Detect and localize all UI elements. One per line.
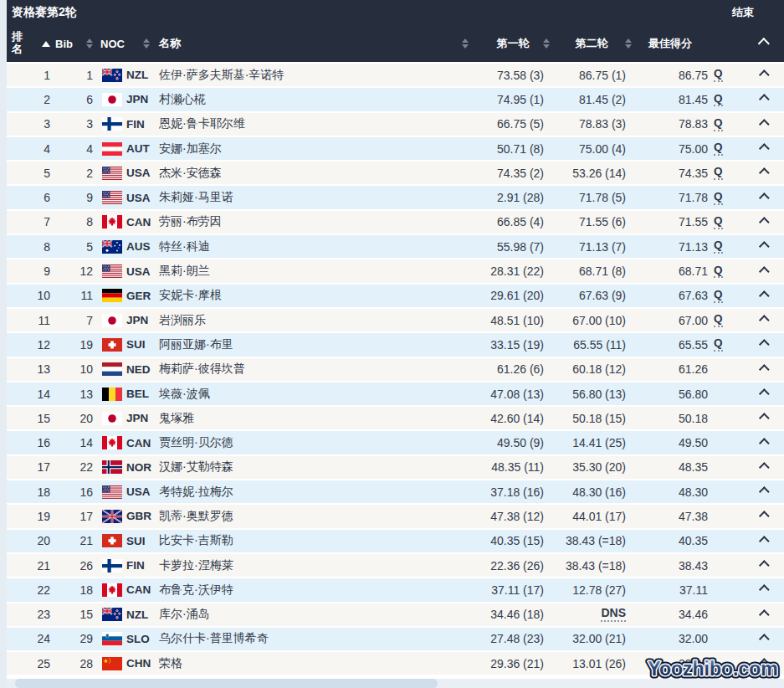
round2-score: 48.30 (16) — [551, 480, 633, 503]
collapse-all-button[interactable] — [739, 25, 784, 62]
rank-cell: 20 — [7, 530, 54, 552]
noc-code: USA — [126, 265, 151, 278]
round1-score: 73.58 (3) — [475, 64, 551, 86]
bib-cell: 17 — [54, 505, 95, 527]
sort-arrows-icon[interactable] — [462, 39, 469, 49]
bib-cell: 8 — [54, 211, 95, 234]
table-row: 3 3 FIN 恩妮·鲁卡耶尔维 66.75 (5) 78.83 (3) 78.… — [7, 113, 784, 136]
collapse-row-button[interactable] — [739, 259, 784, 282]
column-header-rank[interactable]: 排名 — [7, 25, 54, 62]
best-score: 78.83 — [633, 113, 708, 136]
column-header-round1[interactable]: 第一轮 — [475, 25, 551, 62]
athlete-name: 凯蒂·奥默罗德 — [157, 505, 475, 527]
qualified-cell — [708, 628, 739, 650]
table-body: 1 1 NZL 佐伊·萨多夫斯基·辛诺特 73.58 (3) 86.75 (1)… — [7, 64, 784, 675]
noc-cell: NZL — [95, 603, 157, 626]
scrollbar-thumb[interactable] — [15, 679, 438, 688]
qualified-cell — [708, 554, 739, 577]
collapse-row-button[interactable] — [739, 628, 784, 650]
country-flag-icon — [102, 460, 122, 474]
athlete-name: 阿丽亚娜·布里 — [157, 333, 475, 356]
round1-score: 49.50 (9) — [475, 431, 551, 454]
qualified-cell — [708, 456, 739, 479]
rank-cell: 4 — [7, 137, 54, 160]
sort-arrows-icon[interactable] — [543, 39, 550, 49]
noc-code: CAN — [126, 437, 151, 449]
table-row: 5 2 USA 杰米·安德森 74.35 (2) 53.26 (14) 74.3… — [7, 162, 784, 184]
qualified-badge: Q — [714, 264, 723, 279]
rank-cell: 12 — [7, 333, 54, 356]
bib-cell: 4 — [54, 137, 95, 160]
collapse-row-button[interactable] — [739, 137, 784, 160]
collapse-row-button[interactable] — [739, 235, 784, 258]
collapse-row-button[interactable] — [739, 285, 784, 307]
country-flag-icon — [102, 632, 122, 645]
chevron-up-icon — [758, 315, 769, 326]
collapse-row-button[interactable] — [739, 530, 784, 552]
athlete-name: 埃薇·波佩 — [157, 383, 475, 405]
column-header-name[interactable]: 名称 — [157, 25, 475, 62]
column-header-best[interactable]: 最佳得分 — [633, 25, 708, 62]
qualified-cell — [708, 505, 739, 527]
collapse-row-button[interactable] — [739, 186, 784, 208]
table-row: 20 21 SUI 比安卡·吉斯勒 40.35 (15) 38.43 (=18)… — [7, 530, 784, 552]
collapse-row-button[interactable] — [739, 456, 784, 479]
collapse-row-button[interactable] — [739, 309, 784, 331]
collapse-row-button[interactable] — [739, 578, 784, 601]
athlete-name: 恩妮·鲁卡耶尔维 — [157, 113, 475, 136]
collapse-row-button[interactable] — [739, 480, 784, 503]
table-row: 24 29 SLO 乌尔什卡·普里博希奇 27.48 (23) 32.00 (2… — [7, 628, 784, 650]
sort-arrows-icon[interactable] — [143, 39, 150, 49]
qualified-cell: Q — [708, 285, 739, 307]
rank-cell: 23 — [7, 603, 54, 626]
bib-cell: 19 — [54, 333, 95, 356]
dns-label: DNS — [601, 607, 626, 621]
column-header-noc[interactable]: NOC — [95, 25, 157, 62]
table-row: 2 6 JPN 村濑心椛 74.95 (1) 81.45 (2) 81.45 Q — [7, 88, 784, 110]
sort-arrows-icon[interactable] — [625, 39, 632, 49]
column-header-round2[interactable]: 第二轮 — [551, 25, 633, 62]
collapse-row-button[interactable] — [739, 64, 784, 86]
table-row: 22 18 CAN 布鲁克·沃伊特 37.11 (17) 12.78 (27) … — [7, 578, 784, 601]
bib-cell: 6 — [54, 88, 95, 110]
chevron-up-icon — [758, 364, 769, 375]
qualified-badge: Q — [714, 68, 723, 82]
best-score: 56.80 — [633, 383, 708, 405]
noc-code: NZL — [126, 69, 148, 81]
country-flag-icon — [102, 264, 122, 278]
round2-score: 81.45 (2) — [551, 88, 633, 110]
country-flag-icon — [102, 657, 122, 670]
table-row: 15 20 JPN 鬼塚雅 42.60 (14) 50.18 (15) 50.1… — [7, 407, 784, 429]
round1-score: 47.38 (12) — [475, 505, 551, 527]
noc-code: GER — [126, 290, 151, 302]
bib-cell: 7 — [54, 309, 95, 331]
collapse-row-button[interactable] — [739, 333, 784, 356]
round1-score: 27.48 (23) — [475, 628, 551, 650]
results-table: 资格赛第2轮 结束 排名 Bib NOC 名称 第一轮 — [7, 0, 784, 676]
bib-cell: 2 — [54, 162, 95, 184]
collapse-row-button[interactable] — [739, 211, 784, 234]
rank-cell: 5 — [7, 162, 54, 184]
round2-score: 13.01 (26) — [551, 652, 633, 675]
country-flag-icon — [102, 608, 122, 621]
sort-arrows-icon[interactable] — [86, 39, 93, 49]
column-header-bib[interactable]: Bib — [54, 25, 95, 62]
rank-cell: 22 — [7, 578, 54, 601]
noc-code: USA — [126, 192, 151, 204]
collapse-row-button[interactable] — [739, 358, 784, 381]
collapse-row-button[interactable] — [739, 407, 784, 429]
collapse-row-button[interactable] — [739, 554, 784, 577]
collapse-row-button[interactable] — [739, 431, 784, 454]
noc-cell: NOR — [95, 456, 157, 479]
rank-cell: 8 — [7, 235, 54, 258]
collapse-row-button[interactable] — [739, 88, 784, 110]
athlete-name: 鬼塚雅 — [157, 407, 475, 429]
round1-score: 42.60 (14) — [475, 407, 551, 429]
collapse-row-button[interactable] — [739, 505, 784, 527]
sort-ascending-icon[interactable] — [42, 41, 50, 47]
collapse-row-button[interactable] — [739, 162, 784, 184]
noc-code: JPN — [126, 314, 148, 326]
collapse-row-button[interactable] — [739, 113, 784, 136]
collapse-row-button[interactable] — [739, 383, 784, 405]
collapse-row-button[interactable] — [739, 603, 784, 626]
